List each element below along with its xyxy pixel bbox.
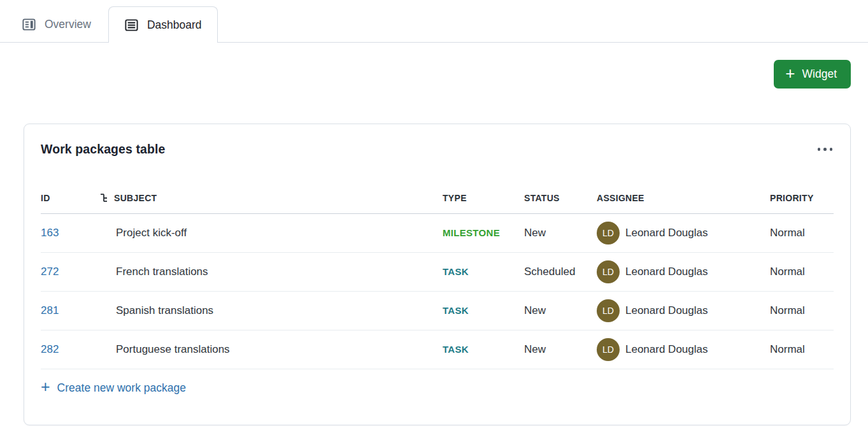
column-header-subject[interactable]: SUBJECT	[99, 193, 443, 203]
work-package-id-link[interactable]: 282	[41, 343, 59, 355]
overview-icon	[22, 17, 36, 32]
dashboard-icon	[124, 18, 139, 32]
assignee-name: Leonard Douglas	[625, 343, 708, 356]
tab-overview[interactable]: Overview	[22, 6, 97, 42]
avatar: LD	[597, 338, 620, 361]
add-widget-label: Widget	[802, 67, 837, 81]
create-work-package-link[interactable]: + Create new work package	[41, 369, 834, 406]
table-row[interactable]: 163 Project kick-off MILESTONE New LD Le…	[41, 214, 834, 253]
assignee-name: Leonard Douglas	[625, 304, 708, 317]
tab-overview-label: Overview	[45, 18, 91, 31]
table-header: ID SUBJECT TYPE STATUS ASSIGNEE PRIORITY	[41, 182, 834, 214]
column-header-type[interactable]: TYPE	[443, 193, 524, 203]
widget-header: Work packages table	[41, 124, 834, 157]
work-package-priority: Normal	[770, 304, 834, 317]
ellipsis-icon	[818, 148, 821, 151]
work-package-subject[interactable]: Spanish translations	[99, 304, 443, 317]
tab-dashboard[interactable]: Dashboard	[108, 6, 218, 43]
table-row[interactable]: 281 Spanish translations TASK New LD Leo…	[41, 292, 834, 330]
table-row[interactable]: 272 French translations TASK Scheduled L…	[41, 253, 834, 292]
avatar: LD	[597, 260, 620, 283]
work-package-status: Scheduled	[524, 266, 597, 278]
assignee-name: Leonard Douglas	[625, 227, 708, 239]
column-header-status[interactable]: STATUS	[524, 193, 597, 203]
plus-icon: +	[785, 65, 795, 82]
work-package-status: New	[524, 304, 597, 317]
work-package-subject[interactable]: Project kick-off	[99, 227, 443, 239]
column-header-id[interactable]: ID	[41, 193, 99, 203]
work-package-priority: Normal	[770, 343, 834, 356]
tab-dashboard-label: Dashboard	[147, 18, 202, 32]
work-package-priority: Normal	[770, 227, 834, 239]
avatar: LD	[597, 222, 620, 245]
work-package-type: TASK	[443, 305, 469, 316]
table-row[interactable]: 282 Portuguese translations TASK New LD …	[41, 330, 834, 369]
hierarchy-icon[interactable]	[99, 193, 109, 203]
work-package-subject[interactable]: French translations	[99, 266, 443, 278]
widget-title: Work packages table	[41, 142, 166, 157]
create-work-package-label: Create new work package	[57, 381, 186, 395]
work-package-type: TASK	[443, 266, 469, 277]
work-package-status: New	[524, 343, 597, 356]
work-package-type: TASK	[443, 344, 469, 355]
add-widget-button[interactable]: + Widget	[774, 60, 851, 89]
work-package-id-link[interactable]: 163	[41, 227, 59, 239]
work-package-type: MILESTONE	[443, 227, 500, 238]
plus-icon: +	[41, 379, 50, 395]
assignee-name: Leonard Douglas	[625, 266, 708, 278]
work-package-subject[interactable]: Portuguese translations	[99, 343, 443, 356]
work-package-id-link[interactable]: 281	[41, 304, 59, 316]
work-package-status: New	[524, 227, 597, 239]
work-package-priority: Normal	[770, 266, 834, 278]
column-header-priority[interactable]: PRIORITY	[770, 193, 834, 203]
work-package-id-link[interactable]: 272	[41, 266, 59, 278]
widget-menu-button[interactable]	[816, 144, 834, 155]
tab-bar: Overview Dashboard	[0, 0, 868, 43]
work-packages-widget: Work packages table ID SUBJECT TYPE STAT…	[24, 124, 851, 425]
column-header-assignee[interactable]: ASSIGNEE	[597, 193, 770, 203]
toolbar: + Widget	[0, 43, 868, 89]
avatar: LD	[597, 299, 620, 322]
